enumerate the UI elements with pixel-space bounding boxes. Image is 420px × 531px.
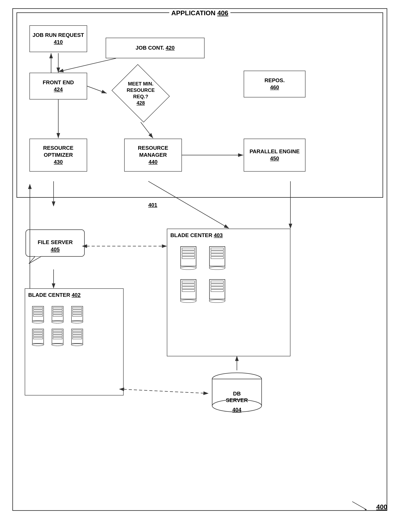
svg-text:SERVER: SERVER [226,397,248,403]
resource-optimizer-box: RESOURCEOPTIMIZER 430 [30,139,87,172]
resource-optimizer-label: RESOURCEOPTIMIZER [43,145,73,159]
svg-rect-17 [52,306,63,321]
svg-rect-64 [182,254,195,256]
front-end-label: FRONT END [43,79,74,86]
svg-line-75 [209,266,210,268]
svg-rect-26 [73,307,82,309]
resource-manager-box: RESOURCEMANAGER 440 [124,139,182,172]
svg-rect-70 [211,248,224,250]
server-icon [180,246,200,270]
svg-rect-34 [33,330,43,332]
application-box: APPLICATION 406 JOB RUN REQUEST 410 JOB … [16,12,383,198]
svg-rect-73 [211,257,224,259]
front-end-box: FRONT END 424 [30,73,87,100]
svg-line-6 [141,122,153,138]
svg-rect-88 [211,287,224,289]
svg-rect-85 [210,280,225,299]
server-icon [51,305,66,324]
parallel-engine-id: 450 [270,155,279,162]
front-end-id: 424 [54,86,63,93]
svg-rect-52 [73,335,82,337]
parallel-engine-label: PARALLEL ENGINE [249,148,300,155]
svg-line-91 [209,299,210,301]
svg-point-74 [209,267,225,270]
repos-id: 460 [270,84,279,91]
svg-line-48 [63,343,63,345]
svg-line-23 [52,321,52,322]
server-icon [31,328,47,346]
job-cont-label: JOB CONT. 420 [135,44,175,51]
svg-rect-79 [182,284,195,286]
svg-rect-10 [33,307,43,309]
svg-rect-33 [32,329,44,343]
svg-text:DB: DB [233,391,241,397]
svg-line-31 [71,321,72,322]
svg-rect-63 [182,251,195,253]
svg-rect-80 [182,287,195,289]
svg-line-39 [32,343,32,345]
svg-text:FILE SERVER: FILE SERVER [38,239,73,245]
svg-line-67 [180,266,181,268]
svg-line-55 [71,343,72,345]
svg-rect-21 [53,315,62,316]
svg-point-54 [71,344,83,346]
svg-rect-41 [52,329,63,343]
svg-rect-19 [53,310,62,311]
svg-line-24 [63,321,63,322]
repos-box: REPOS. 460 [244,71,305,97]
svg-rect-49 [72,329,83,343]
svg-line-5 [87,86,107,93]
svg-line-68 [196,266,196,268]
svg-line-47 [52,343,52,345]
svg-rect-77 [181,280,196,299]
svg-point-82 [180,300,196,303]
svg-point-46 [52,344,63,346]
blade-center-402-servers [31,305,86,346]
svg-point-66 [180,267,196,270]
resource-manager-id: 440 [149,159,157,166]
job-run-request-label: JOB RUN REQUEST [32,32,84,39]
db-server-svg: DB SERVER 404 [208,371,266,418]
job-cont-box: JOB CONT. 420 [106,38,205,58]
svg-rect-43 [53,332,62,334]
svg-rect-69 [210,247,225,266]
svg-point-22 [52,321,63,323]
blade-center-403-box: BLADE CENTER 403 [167,229,290,356]
application-title: APPLICATION 406 [169,9,230,17]
svg-line-92 [225,299,225,301]
server-icon [70,305,86,324]
blade-center-402-title: BLADE CENTER 402 [28,292,81,298]
server-icon [31,305,47,324]
server-icon [51,328,66,346]
svg-rect-42 [53,330,62,332]
blade-center-402-box: BLADE CENTER 402 [25,288,124,396]
meet-min-container: MEET MIN.RESOURCE REQ.?428 [106,64,176,122]
svg-rect-72 [211,254,224,256]
svg-rect-35 [33,332,43,334]
svg-text:404: 404 [232,407,241,413]
svg-rect-89 [211,290,224,292]
svg-rect-65 [182,257,195,259]
blade-center-403-servers [180,246,229,303]
server-icon [70,328,86,346]
server-icon [209,246,229,270]
resource-manager-label: RESOURCEMANAGER [138,145,168,159]
svg-line-84 [196,299,196,301]
svg-rect-36 [33,335,43,337]
svg-point-90 [209,300,225,303]
svg-rect-96 [212,379,261,382]
file-server-bubble: FILE SERVER 405 [25,229,91,270]
svg-point-38 [32,344,44,346]
resource-optimizer-id: 430 [54,159,63,166]
svg-rect-61 [181,247,196,266]
server-icon [180,279,200,303]
svg-rect-28 [73,312,82,314]
svg-rect-20 [53,312,62,314]
svg-point-14 [32,321,44,323]
svg-rect-62 [182,248,195,250]
svg-rect-53 [73,337,82,339]
server-icon [209,279,229,303]
svg-rect-25 [72,306,83,321]
svg-rect-87 [211,284,224,286]
ref-arrow [350,500,371,512]
